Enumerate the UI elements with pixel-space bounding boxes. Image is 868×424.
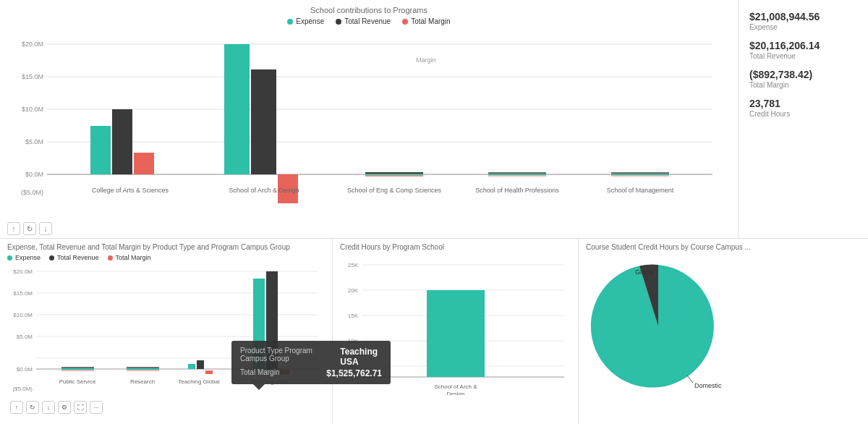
bl-expense-dot xyxy=(7,255,12,260)
svg-text:School of Eng & Comp Sciences: School of Eng & Comp Sciences xyxy=(347,187,442,194)
stats-panel: $21,008,944.56 Expense $20,116,206.14 To… xyxy=(738,0,868,238)
stat-revenue: $20,116,206.14 Total Revenue xyxy=(749,40,857,60)
bar-arts-revenue[interactable] xyxy=(112,109,132,174)
toolbar2-more-icon[interactable]: ··· xyxy=(90,401,103,414)
bottom-left-toolbar: ↑ ↻ ↓ xyxy=(7,222,52,235)
stat-expense-value: $21,008,944.56 xyxy=(749,11,857,22)
legend-margin: Total Margin xyxy=(402,17,450,25)
svg-text:$0.0M: $0.0M xyxy=(17,366,33,373)
bottom-left-legend: Expense Total Revenue Total Margin xyxy=(7,254,325,261)
legend-expense: Expense xyxy=(287,17,324,25)
bl-revenue-dot xyxy=(49,255,54,260)
main-container: School contributions to Programs Expense… xyxy=(0,0,868,424)
bl-legend-margin: Total Margin xyxy=(108,254,151,261)
stat-revenue-label: Total Revenue xyxy=(749,52,857,60)
svg-text:20K: 20K xyxy=(348,287,359,294)
toolbar-refresh-icon[interactable]: ↻ xyxy=(23,222,36,235)
legend-revenue: Total Revenue xyxy=(336,17,391,25)
svg-text:($5.0M): ($5.0M) xyxy=(12,386,33,392)
top-chart-area: School contributions to Programs Expense… xyxy=(0,0,738,238)
svg-text:Margin: Margin xyxy=(416,56,436,64)
stat-margin-value: ($892,738.42) xyxy=(749,69,857,80)
tooltip-type-row: Product Type Program Campus Group Teachi… xyxy=(240,347,382,367)
toolbar2-expand-icon[interactable]: ⛶ xyxy=(74,401,87,414)
stat-credit-hours-value: 23,781 xyxy=(749,98,857,109)
svg-rect-37 xyxy=(197,360,204,369)
stat-credit-hours-label: Credit Hours xyxy=(749,110,857,118)
margin-dot xyxy=(402,19,408,25)
top-chart-title: School contributions to Programs xyxy=(7,6,731,14)
bar-credit-arch[interactable] xyxy=(427,290,485,377)
pie-chart: Global Domestic xyxy=(586,254,731,399)
svg-text:School of Management: School of Management xyxy=(607,187,674,194)
stat-expense: $21,008,944.56 Expense xyxy=(749,11,857,31)
toolbar2-up-icon[interactable]: ↑ xyxy=(10,401,23,414)
toolbar2-settings-icon[interactable]: ⚙ xyxy=(58,401,71,414)
svg-text:$5.0M: $5.0M xyxy=(17,334,33,340)
legend-revenue-label: Total Revenue xyxy=(344,17,391,25)
tooltip-key: Product Type Program Campus Group xyxy=(240,347,328,367)
svg-text:$20.0M: $20.0M xyxy=(22,41,43,48)
bar-arts-expense[interactable] xyxy=(90,126,111,174)
bottom-left-chart: Expense, Total Revenue and Total Margin … xyxy=(0,239,333,424)
top-bar-chart: $20.0M $15.0M $10.0M $5.0M $0.0M ($5.0M) xyxy=(7,30,731,203)
bottom-middle-title: Credit Hours by Program School xyxy=(340,243,571,251)
bl-legend-expense: Expense xyxy=(7,254,41,261)
svg-text:Global: Global xyxy=(635,268,654,276)
bar-arch-expense[interactable] xyxy=(224,44,250,174)
bar-arch-revenue[interactable] xyxy=(251,69,276,174)
svg-text:15K: 15K xyxy=(348,313,359,319)
bottom-right-title: Course Student Credit Hours by Course Ca… xyxy=(586,243,861,251)
svg-text:$5.0M: $5.0M xyxy=(25,138,43,145)
svg-text:Domestic: Domestic xyxy=(694,382,722,389)
svg-text:25K: 25K xyxy=(348,262,359,268)
bl-legend-revenue: Total Revenue xyxy=(49,254,99,261)
tooltip-value: $1,525,762.71 xyxy=(326,368,382,378)
svg-line-61 xyxy=(687,376,693,383)
svg-rect-38 xyxy=(205,370,213,374)
bl-revenue-label: Total Revenue xyxy=(57,254,99,261)
svg-text:Public Service: Public Service xyxy=(59,378,96,385)
tooltip: Product Type Program Campus Group Teachi… xyxy=(231,341,391,384)
svg-text:School of Arch &: School of Arch & xyxy=(434,383,477,390)
tooltip-margin-row: Total Margin $1,525,762.71 xyxy=(240,368,382,378)
bar-arts-margin[interactable] xyxy=(134,153,154,174)
svg-text:$20.0M: $20.0M xyxy=(13,268,33,275)
bottom-middle-chart: Credit Hours by Program School 25K 20K 1… xyxy=(333,239,579,424)
expense-dot xyxy=(287,19,293,25)
svg-text:School of Health Professions: School of Health Professions xyxy=(475,187,559,194)
tooltip-key-value: Teaching USA xyxy=(340,347,382,367)
svg-text:$10.0M: $10.0M xyxy=(13,312,33,318)
legend-margin-label: Total Margin xyxy=(411,17,450,25)
top-section: School contributions to Programs Expense… xyxy=(0,0,868,239)
stat-revenue-value: $20,116,206.14 xyxy=(749,40,857,51)
toolbar-up-icon[interactable]: ↑ xyxy=(7,222,20,235)
svg-text:($5.0M): ($5.0M) xyxy=(21,189,43,196)
svg-text:Teaching Global: Teaching Global xyxy=(178,378,220,385)
tooltip-value-label: Total Margin xyxy=(240,368,279,378)
bl-expense-label: Expense xyxy=(15,254,41,261)
svg-text:$15.0M: $15.0M xyxy=(22,73,43,80)
svg-text:Research: Research xyxy=(130,378,155,385)
stat-margin-label: Total Margin xyxy=(749,81,857,89)
tooltip-arrow xyxy=(253,384,265,390)
legend-expense-label: Expense xyxy=(296,17,324,25)
toolbar2-down-icon[interactable]: ↓ xyxy=(42,401,55,414)
stat-credit-hours: 23,781 Credit Hours xyxy=(749,98,857,118)
svg-text:$15.0M: $15.0M xyxy=(13,290,33,297)
revenue-dot xyxy=(336,19,341,25)
stat-expense-label: Expense xyxy=(749,23,857,31)
svg-text:School of Arch & Design: School of Arch & Design xyxy=(229,187,299,194)
svg-text:College of Arts & Sciences: College of Arts & Sciences xyxy=(92,187,169,194)
svg-text:$0.0M: $0.0M xyxy=(25,171,43,178)
stat-margin: ($892,738.42) Total Margin xyxy=(749,69,857,89)
bl-margin-dot xyxy=(108,255,113,260)
bottom-left-title: Expense, Total Revenue and Total Margin … xyxy=(7,243,325,251)
svg-text:$10.0M: $10.0M xyxy=(22,106,43,113)
toolbar2-refresh-icon[interactable]: ↻ xyxy=(26,401,39,414)
toolbar-down-icon[interactable]: ↓ xyxy=(39,222,52,235)
bottom-toolbar: ↑ ↻ ↓ ⚙ ⛶ ··· xyxy=(10,401,325,414)
top-legend: Expense Total Revenue Total Margin xyxy=(7,17,731,25)
svg-rect-36 xyxy=(188,364,195,369)
bl-margin-label: Total Margin xyxy=(116,254,151,261)
